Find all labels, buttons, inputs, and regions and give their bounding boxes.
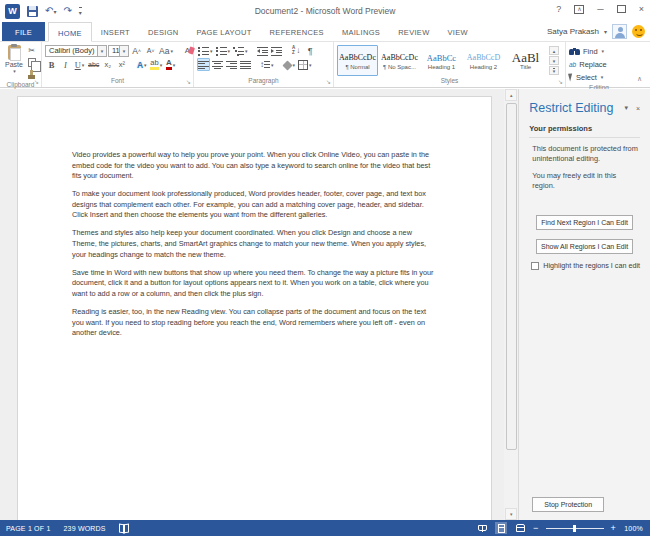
styles-more-button[interactable]: ▾ bbox=[549, 66, 559, 75]
pane-close-icon[interactable]: × bbox=[636, 105, 640, 112]
sort-button[interactable]: AZ ↓ bbox=[290, 44, 303, 57]
tab-insert[interactable]: INSERT bbox=[92, 22, 139, 41]
align-left-button[interactable] bbox=[197, 58, 210, 71]
print-layout-button[interactable] bbox=[495, 522, 507, 534]
select-button[interactable]: Select ▾ bbox=[569, 71, 607, 83]
restore-button[interactable] bbox=[617, 5, 626, 13]
zoom-level[interactable]: 100% bbox=[623, 525, 643, 532]
underline-icon: U bbox=[75, 60, 81, 70]
shading-button[interactable]: ▾ bbox=[282, 58, 297, 71]
web-layout-button[interactable] bbox=[514, 522, 526, 534]
decrease-indent-button[interactable] bbox=[256, 44, 269, 57]
line-spacing-button[interactable]: ↕ ▾ bbox=[259, 58, 275, 71]
bold-button[interactable]: B bbox=[45, 58, 58, 71]
font-color-button[interactable]: A▾ bbox=[164, 58, 177, 71]
close-button[interactable]: × bbox=[639, 3, 644, 15]
tab-file[interactable]: FILE bbox=[2, 22, 45, 41]
paragraph-dialog-launcher-icon[interactable]: ↘ bbox=[326, 78, 331, 86]
align-right-button[interactable] bbox=[225, 58, 238, 71]
scrollbar-thumb[interactable] bbox=[506, 103, 517, 450]
styles-dialog-launcher-icon[interactable]: ↘ bbox=[558, 78, 563, 86]
window-controls: ? ∧ ─ × bbox=[556, 3, 644, 15]
tab-home[interactable]: HOME bbox=[48, 22, 92, 42]
italic-button[interactable]: I bbox=[59, 58, 72, 71]
avatar[interactable] bbox=[612, 24, 627, 39]
strikethrough-button[interactable]: abc bbox=[87, 58, 100, 71]
styles-scroll-up-button[interactable]: ▴ bbox=[549, 46, 559, 55]
superscript-button[interactable]: x² bbox=[115, 58, 128, 71]
word-count[interactable]: 239 WORDS bbox=[63, 525, 105, 532]
send-a-smile-icon[interactable] bbox=[632, 25, 645, 38]
style-title[interactable]: AaBl Title bbox=[505, 45, 546, 76]
clear-formatting-button[interactable]: A bbox=[181, 44, 194, 57]
read-mode-button[interactable] bbox=[476, 522, 488, 534]
copy-button[interactable] bbox=[25, 57, 38, 68]
style-no-spacing[interactable]: AaBbCcDc ¶ No Spac... bbox=[379, 45, 420, 76]
document-page[interactable]: Video provides a powerful way to help yo… bbox=[17, 96, 492, 520]
justify-button[interactable] bbox=[239, 58, 252, 71]
style-heading1[interactable]: AaBbCc Heading 1 bbox=[421, 45, 462, 76]
text-effects-button[interactable]: A▾ bbox=[135, 58, 148, 71]
change-case-button[interactable]: Aa▾ bbox=[158, 44, 174, 57]
tab-design[interactable]: DESIGN bbox=[139, 22, 188, 41]
undo-button[interactable]: ↶ ▾ bbox=[45, 5, 56, 17]
zoom-out-button[interactable]: − bbox=[533, 523, 538, 533]
tab-view[interactable]: VIEW bbox=[439, 22, 477, 41]
align-center-button[interactable] bbox=[211, 58, 224, 71]
zoom-slider[interactable] bbox=[546, 523, 604, 533]
minimize-button[interactable]: ─ bbox=[597, 3, 603, 15]
highlight-regions-checkbox-row: Highlight the regions I can edit bbox=[529, 261, 640, 270]
zoom-slider-thumb[interactable] bbox=[573, 525, 576, 532]
multilevel-list-button[interactable]: ▾ bbox=[232, 44, 249, 57]
show-hide-marks-button[interactable]: ¶ bbox=[304, 44, 317, 57]
numbering-button[interactable]: ▾ bbox=[215, 44, 232, 57]
paste-button[interactable]: Paste ▾ bbox=[3, 44, 25, 80]
scroll-down-icon[interactable]: ▾ bbox=[505, 508, 517, 520]
qat-customize-icon[interactable]: ▾ bbox=[79, 7, 82, 16]
tab-review[interactable]: REVIEW bbox=[389, 22, 438, 41]
bullets-button[interactable]: ▾ bbox=[197, 44, 214, 57]
help-button[interactable]: ? bbox=[556, 3, 561, 15]
show-all-regions-button[interactable]: Show All Regions I Can Edit bbox=[536, 239, 633, 254]
increase-indent-button[interactable] bbox=[270, 44, 283, 57]
tab-mailings[interactable]: MAILINGS bbox=[333, 22, 389, 41]
collapse-ribbon-icon[interactable]: ∧ bbox=[637, 75, 642, 83]
clipboard-dialog-launcher-icon[interactable]: ↘ bbox=[34, 78, 39, 86]
save-icon[interactable] bbox=[27, 6, 38, 17]
page-count[interactable]: PAGE 1 OF 1 bbox=[6, 525, 50, 532]
select-icon bbox=[568, 73, 574, 82]
scroll-up-icon[interactable]: ▴ bbox=[505, 89, 517, 101]
replace-button[interactable]: ab Replace bbox=[569, 58, 607, 70]
cut-button[interactable]: ✂ bbox=[25, 45, 38, 56]
stop-protection-button[interactable]: Stop Protection bbox=[532, 497, 604, 512]
account-caret-icon[interactable]: ▾ bbox=[604, 28, 607, 35]
font-dialog-launcher-icon[interactable]: ↘ bbox=[186, 78, 191, 86]
subscript-button[interactable]: x₂ bbox=[101, 58, 114, 71]
italic-icon: I bbox=[64, 60, 67, 70]
find-button[interactable]: Find ▾ bbox=[569, 45, 607, 57]
account-name[interactable]: Satya Prakash bbox=[547, 27, 599, 36]
proofing-icon[interactable] bbox=[119, 524, 129, 532]
tab-references[interactable]: REFERENCES bbox=[261, 22, 333, 41]
redo-icon[interactable]: ↷ bbox=[63, 5, 71, 17]
styles-scroll-down-button[interactable]: ▾ bbox=[549, 56, 559, 65]
style-normal[interactable]: AaBbCcDc ¶ Normal bbox=[337, 45, 378, 76]
document-text[interactable]: Video provides a powerful way to help yo… bbox=[72, 150, 438, 339]
style-heading2[interactable]: AaBbCcD Heading 2 bbox=[463, 45, 504, 76]
borders-button[interactable]: ▾ bbox=[297, 58, 313, 71]
shrink-font-button[interactable]: A˅ bbox=[144, 44, 157, 57]
highlight-color-button[interactable]: ab▾ bbox=[149, 58, 163, 71]
sort-icon: AZ ↓ bbox=[292, 46, 300, 55]
highlight-regions-checkbox[interactable] bbox=[531, 262, 539, 270]
ribbon-display-options-button[interactable]: ∧ bbox=[574, 5, 584, 14]
find-next-region-button[interactable]: Find Next Region I Can Edit bbox=[536, 215, 633, 230]
pane-options-caret-icon[interactable]: ▾ bbox=[624, 104, 628, 112]
grow-font-button[interactable]: A˄ bbox=[130, 44, 143, 57]
tab-page-layout[interactable]: PAGE LAYOUT bbox=[187, 22, 260, 41]
word-logo-icon[interactable]: W bbox=[5, 4, 20, 19]
font-family-select[interactable]: Calibri (Body) ▾ bbox=[45, 45, 107, 57]
vertical-scrollbar[interactable]: ▴ ▾ bbox=[504, 89, 518, 520]
font-size-select[interactable]: 11 ▾ bbox=[108, 45, 129, 57]
underline-button[interactable]: U▾ bbox=[73, 58, 86, 71]
zoom-in-button[interactable]: + bbox=[611, 523, 616, 533]
